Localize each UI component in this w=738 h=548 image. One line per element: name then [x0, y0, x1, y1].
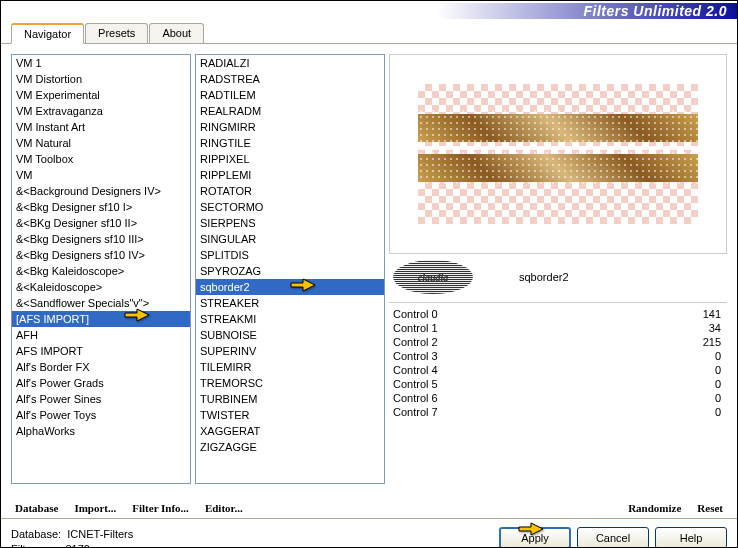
list-item[interactable]: SPLITDIS [196, 247, 384, 263]
list-item[interactable]: REALRADM [196, 103, 384, 119]
list-item[interactable]: ZIGZAGGE [196, 439, 384, 455]
list-item[interactable]: VM 1 [12, 55, 190, 71]
help-button[interactable]: Help [655, 527, 727, 548]
list-item[interactable]: TREMORSC [196, 375, 384, 391]
list-item[interactable]: TILEMIRR [196, 359, 384, 375]
filter-list[interactable]: RADIALZIRADSTREARADTILEMREALRADMRINGMIRR… [195, 54, 385, 484]
preview-image [418, 84, 698, 224]
footer-info: Database: ICNET-Filters Filters: 3170 [11, 527, 499, 548]
list-item[interactable]: &<Bkg Designers sf10 III> [12, 231, 190, 247]
list-item[interactable]: VM Experimental [12, 87, 190, 103]
list-item[interactable]: ROTATOR [196, 183, 384, 199]
control-slider[interactable]: Control 60 [389, 391, 725, 405]
database-button[interactable]: Database [11, 500, 62, 516]
list-item[interactable]: STREAKER [196, 295, 384, 311]
preview-panel [389, 54, 727, 254]
list-item[interactable]: RADIALZI [196, 55, 384, 71]
list-item[interactable]: AFH [12, 327, 190, 343]
cancel-button[interactable]: Cancel [577, 527, 649, 548]
list-item[interactable]: &<BKg Designer sf10 II> [12, 215, 190, 231]
list-item[interactable]: SINGULAR [196, 231, 384, 247]
list-item[interactable]: &<Bkg Designers sf10 IV> [12, 247, 190, 263]
list-item[interactable]: SECTORMO [196, 199, 384, 215]
current-filter-label: sqborder2 [519, 271, 569, 283]
list-item[interactable]: VM Distortion [12, 71, 190, 87]
app-title: Filters Unlimited 2.0 [437, 3, 737, 19]
tab-presets[interactable]: Presets [85, 23, 148, 43]
control-slider[interactable]: Control 0141 [389, 307, 725, 321]
list-item[interactable]: SUPERINV [196, 343, 384, 359]
list-item[interactable]: &<Kaleidoscope> [12, 279, 190, 295]
list-item[interactable]: TWISTER [196, 407, 384, 423]
list-item[interactable]: Alf's Power Toys [12, 407, 190, 423]
control-slider[interactable]: Control 70 [389, 405, 725, 419]
list-item[interactable]: RINGMIRR [196, 119, 384, 135]
list-item[interactable]: XAGGERAT [196, 423, 384, 439]
tab-navigator[interactable]: Navigator [11, 23, 84, 44]
editor-button[interactable]: Editor... [201, 500, 247, 516]
author-badge: claudia [393, 260, 473, 294]
tab-bar: Navigator Presets About [1, 23, 737, 44]
control-slider[interactable]: Control 40 [389, 363, 725, 377]
list-item[interactable]: sqborder2 [196, 279, 384, 295]
list-item[interactable]: VM [12, 167, 190, 183]
control-slider[interactable]: Control 50 [389, 377, 725, 391]
list-item[interactable]: Alf's Border FX [12, 359, 190, 375]
list-item[interactable]: &<Sandflower Specials"v"> [12, 295, 190, 311]
control-slider[interactable]: Control 30 [389, 349, 725, 363]
list-item[interactable]: RIPPLEMI [196, 167, 384, 183]
list-item[interactable]: VM Instant Art [12, 119, 190, 135]
list-item[interactable]: &<Background Designers IV> [12, 183, 190, 199]
list-item[interactable]: RINGTILE [196, 135, 384, 151]
list-item[interactable]: &<Bkg Designer sf10 I> [12, 199, 190, 215]
list-item[interactable]: TURBINEM [196, 391, 384, 407]
list-item[interactable]: SUBNOISE [196, 327, 384, 343]
import-button[interactable]: Import... [70, 500, 120, 516]
list-item[interactable]: Alf's Power Sines [12, 391, 190, 407]
list-item[interactable]: VM Extravaganza [12, 103, 190, 119]
list-item[interactable]: RIPPIXEL [196, 151, 384, 167]
controls-panel: Control 0141Control 134Control 2215Contr… [389, 307, 727, 484]
reset-button[interactable]: Reset [693, 500, 727, 516]
list-item[interactable]: Alf's Power Grads [12, 375, 190, 391]
list-item[interactable]: VM Natural [12, 135, 190, 151]
list-item[interactable]: SPYROZAG [196, 263, 384, 279]
list-item[interactable]: SIERPENS [196, 215, 384, 231]
list-item[interactable]: VM Toolbox [12, 151, 190, 167]
list-item[interactable]: [AFS IMPORT] [12, 311, 190, 327]
apply-button[interactable]: Apply [499, 527, 571, 548]
tab-about[interactable]: About [149, 23, 204, 43]
list-item[interactable]: RADTILEM [196, 87, 384, 103]
list-item[interactable]: AFS IMPORT [12, 343, 190, 359]
category-list[interactable]: VM 1VM DistortionVM ExperimentalVM Extra… [11, 54, 191, 484]
list-item[interactable]: AlphaWorks [12, 423, 190, 439]
list-item[interactable]: RADSTREA [196, 71, 384, 87]
list-item[interactable]: STREAKMI [196, 311, 384, 327]
randomize-button[interactable]: Randomize [624, 500, 685, 516]
filter-info-button[interactable]: Filter Info... [128, 500, 193, 516]
control-slider[interactable]: Control 134 [389, 321, 725, 335]
control-slider[interactable]: Control 2215 [389, 335, 725, 349]
list-item[interactable]: &<Bkg Kaleidoscope> [12, 263, 190, 279]
